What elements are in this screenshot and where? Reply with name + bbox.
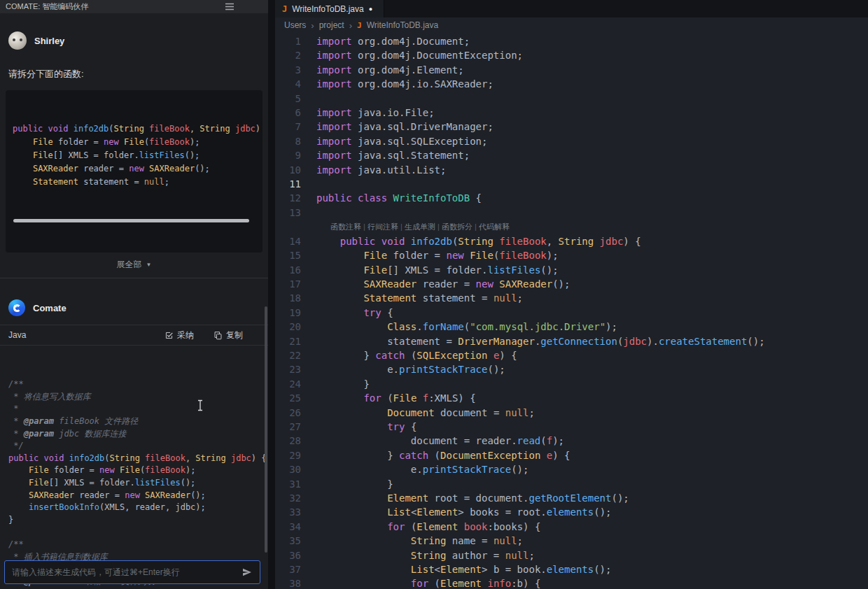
editor-line: 4import org.dom4j.io.SAXReader;	[275, 77, 868, 91]
code-line: *	[8, 403, 260, 416]
code-lens-action[interactable]: 行间注释	[368, 222, 398, 231]
editor-tab-bar: J WriteInfoToDB.java ●	[275, 0, 868, 17]
editor-line: 37 List<Element> b = book.elements();	[275, 562, 868, 576]
code-line: * @param fileBook 文件路径	[8, 416, 260, 428]
line-number: 11	[275, 177, 301, 191]
code-line: /**	[8, 539, 260, 551]
breadcrumb: Users›project›JWriteInfoToDB.java	[275, 17, 868, 33]
editor-line: 28 document = reader.read(f);	[275, 434, 868, 448]
line-number: 33	[275, 505, 301, 519]
editor-line: 19 try {	[275, 306, 868, 320]
line-number: 20	[275, 320, 301, 334]
code-line: /**	[8, 378, 260, 391]
editor-line: 25 for (File f:XMLS) {	[275, 391, 868, 405]
java-file-icon: J	[282, 4, 287, 14]
line-number: 10	[275, 163, 301, 177]
prompt-input-bar	[4, 560, 260, 584]
line-number: 15	[275, 248, 301, 262]
expand-all-button[interactable]: 展全部 ▼	[0, 253, 268, 278]
code-lens-action[interactable]: 函数拆分	[442, 222, 472, 231]
code-line: File[] XMLS = folder.listFiles();	[13, 149, 255, 162]
code-lens-separator: |	[398, 222, 405, 231]
editor-line: 29 } catch (DocumentException e) {	[275, 448, 868, 462]
code-lens-row: 函数注释 | 行间注释 | 生成单测 | 函数拆分 | 代码解释	[275, 220, 868, 234]
chevron-right-icon: ›	[311, 20, 314, 31]
editor-line: 15 File folder = new File(fileBook);	[275, 248, 868, 262]
line-number: 37	[275, 562, 301, 576]
line-number: 19	[275, 306, 301, 320]
panel-title: COMATE: 智能编码伙伴	[6, 1, 88, 12]
send-button[interactable]	[236, 567, 253, 578]
assistant-name: Comate	[33, 303, 66, 313]
line-number: 4	[275, 77, 301, 91]
code-line: */	[8, 440, 260, 453]
code-line: * @param jdbc 数据库连接	[8, 428, 260, 441]
menu-icon[interactable]	[225, 3, 234, 10]
line-number: 1	[275, 34, 301, 48]
horizontal-scrollbar-thumb[interactable]	[13, 219, 249, 222]
line-number: 8	[275, 134, 301, 148]
line-number: 30	[275, 462, 301, 476]
copy-button[interactable]: 复制	[214, 329, 243, 341]
comate-panel: COMATE: 智能编码伙伴 Shirley 请拆分下面的函数: public …	[0, 0, 268, 589]
editor-line: 20 Class.forName("com.mysql.jdbc.Driver"…	[275, 320, 868, 334]
java-file-icon: J	[357, 21, 362, 30]
editor-code-area[interactable]: 1import org.dom4j.Document;2import org.d…	[275, 33, 868, 589]
editor-line: 36 String author = null;	[275, 548, 868, 562]
editor-line: 33 List<Element> books = root.elements()…	[275, 505, 868, 519]
editor-line: 17 SAXReader reader = new SAXReader();	[275, 277, 868, 291]
code-line: }	[8, 514, 260, 527]
editor-line: 32 Element root = document.getRootElemen…	[275, 491, 868, 505]
panel-editor-gutter	[268, 0, 275, 589]
line-number: 25	[275, 391, 301, 405]
code-line: public void info2db(String fileBook, Str…	[13, 122, 255, 136]
app-root: COMATE: 智能编码伙伴 Shirley 请拆分下面的函数: public …	[0, 0, 868, 589]
code-lens-separator: |	[361, 222, 368, 231]
line-number: 31	[275, 477, 301, 491]
code-line: SAXReader reader = new SAXReader();	[13, 162, 255, 176]
editor-line: 31 }	[275, 477, 868, 491]
generated-code-block: /** * 将信息写入数据库 * * @param fileBook 文件路径 …	[0, 346, 268, 589]
language-label: Java	[8, 330, 26, 340]
vertical-scrollbar-thumb[interactable]	[265, 306, 267, 553]
editor-line: 21 statement = DriverManager.getConnecti…	[275, 334, 868, 348]
line-number: 32	[275, 491, 301, 505]
prompt-input[interactable]	[12, 567, 236, 577]
editor-line: 22 } catch (SQLException e) {	[275, 348, 868, 362]
breadcrumb-item[interactable]: WriteInfoToDB.java	[367, 20, 439, 30]
user-message-header: Shirley	[0, 13, 268, 55]
editor-line: 8import java.sql.SQLException;	[275, 134, 868, 148]
assistant-message-header: Comate	[0, 278, 268, 322]
line-number: 23	[275, 362, 301, 376]
editor-line: 2import org.dom4j.DocumentException;	[275, 48, 868, 62]
editor-line: 13	[275, 206, 868, 220]
line-number: 38	[275, 576, 301, 589]
line-number: 13	[275, 206, 301, 220]
editor-line: 18 Statement statement = null;	[275, 291, 868, 305]
accept-button[interactable]: 采纳	[164, 329, 194, 341]
code-editor: J WriteInfoToDB.java ● Users›project›JWr…	[275, 0, 868, 589]
breadcrumb-item[interactable]: Users	[284, 20, 306, 30]
code-line: insertBookInfo(XMLS, reader, jdbc);	[8, 502, 260, 514]
line-number: 24	[275, 377, 301, 391]
breadcrumb-item[interactable]: project	[319, 20, 344, 30]
editor-line: 7import java.sql.DriverManager;	[275, 120, 868, 134]
tab-writeinfotodb[interactable]: J WriteInfoToDB.java ●	[275, 0, 384, 17]
line-number: 27	[275, 420, 301, 434]
line-number: 34	[275, 520, 301, 534]
line-number: 14	[275, 234, 301, 248]
copy-icon	[214, 331, 223, 340]
line-number: 22	[275, 348, 301, 362]
chevron-down-icon: ▼	[146, 262, 152, 268]
code-lens-separator: |	[472, 222, 479, 231]
code-lens-action[interactable]: 函数注释	[330, 222, 361, 231]
code-line: File folder = new File(fileBook);	[13, 136, 255, 149]
line-number: 6	[275, 106, 301, 120]
code-card-actions: 采纳 复制	[164, 329, 260, 341]
code-lens-action[interactable]: 代码解释	[479, 222, 510, 231]
code-lens-action[interactable]: 生成单测	[405, 222, 435, 231]
editor-line: 14 public void info2db(String fileBook, …	[275, 234, 868, 248]
chat-area: Shirley 请拆分下面的函数: public void info2db(St…	[0, 13, 268, 589]
line-number: 2	[275, 48, 301, 62]
user-code-block: public void info2db(String fileBook, Str…	[6, 90, 262, 253]
